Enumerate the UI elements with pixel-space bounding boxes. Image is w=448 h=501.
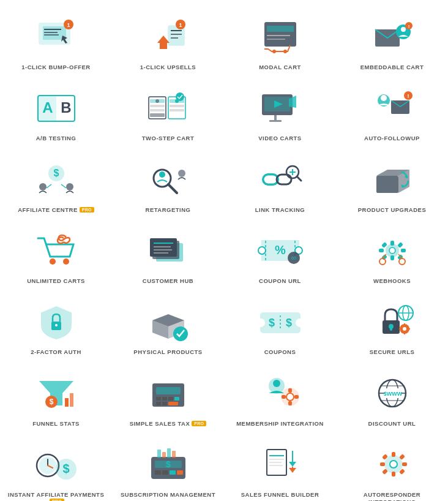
feature-label: DISCOUNT URL (368, 420, 416, 428)
svg-point-102 (379, 258, 386, 265)
svg-rect-96 (379, 249, 384, 252)
svg-rect-33 (150, 109, 165, 111)
svg-text:∞: ∞ (291, 254, 296, 262)
feature-customer-hub[interactable]: CUSTOMER HUB (112, 220, 224, 291)
feature-label-row: PRODUCT UPGRADES (358, 206, 426, 214)
icon-wrap: ! (370, 86, 414, 130)
svg-point-76 (50, 258, 56, 265)
icon-wrap (370, 442, 414, 486)
feature-label: WEBHOOKS (373, 277, 411, 285)
icon-wrap: % ∞ (258, 228, 302, 273)
feature-1-click-upsells[interactable]: 1 1-CLICK UPSELLS (112, 6, 224, 77)
svg-text:!: ! (408, 24, 409, 29)
svg-rect-149 (288, 401, 292, 405)
feature-coupon-url[interactable]: % ∞ COUPON URL (224, 220, 336, 291)
feature-label: MODAL CART (259, 64, 301, 71)
icon-wrap (146, 299, 190, 344)
svg-point-125 (403, 327, 406, 331)
feature-label-row: 1-CLICK BUMP-OFFER (21, 64, 90, 71)
feature-coupons[interactable]: $ $ COUPONS (224, 291, 336, 362)
svg-point-49 (381, 95, 387, 101)
feature-embeddable-cart[interactable]: ! EMBEDDABLE CART (336, 6, 448, 77)
icon-wrap: $ (146, 442, 190, 486)
feature-discount-url[interactable]: $WWW DISCOUNT URL (336, 363, 448, 434)
icon-wrap (146, 228, 190, 273)
svg-rect-71 (376, 176, 398, 193)
svg-point-41 (176, 92, 184, 101)
feature-modal-cart[interactable]: MODAL CART (224, 6, 336, 77)
svg-rect-120 (390, 326, 392, 331)
feature-label: AUTORESPONDER INTEGRATIONS (341, 491, 443, 501)
icon-wrap: $WWW (370, 371, 414, 415)
feature-label-row: COUPONS (264, 348, 296, 356)
pro-badge: PRO (50, 499, 64, 501)
feature-secure-urls[interactable]: SECURE URLS (336, 291, 448, 362)
feature-video-carts[interactable]: VIDEO CARTS (224, 77, 336, 148)
svg-line-58 (61, 184, 66, 188)
feature-webhooks[interactable]: WEBHOOKS (336, 220, 448, 291)
svg-point-113 (256, 318, 265, 327)
svg-text:1: 1 (67, 22, 70, 28)
icon-wrap (258, 442, 302, 486)
feature-instant-affiliate-payments[interactable]: $ INSTANT AFFILIATE PAYMENTS PRO (0, 434, 112, 501)
svg-text:$: $ (49, 397, 53, 406)
feature-two-step-cart[interactable]: TWO-STEP CART (112, 77, 224, 148)
feature-link-tracking[interactable]: LINK TRACKING (224, 149, 336, 220)
feature-affiliate-centre[interactable]: $ AFFILIATE CENTRE PRO (0, 149, 112, 220)
feature-label: PRODUCT UPGRADES (358, 206, 426, 214)
svg-rect-148 (288, 388, 292, 393)
feature-label-row: MODAL CART (259, 64, 301, 71)
feature-label: INSTANT AFFILIATE PAYMENTS (8, 491, 104, 499)
svg-point-56 (66, 183, 73, 190)
feature-unlimited-carts[interactable]: UNLIMITED CARTS (0, 220, 112, 291)
feature-physical-products[interactable]: PHYSICAL PRODUCTS (112, 291, 224, 362)
feature-label-row: AUTO-FOLLOWUP (364, 135, 420, 142)
icon-wrap (258, 157, 302, 202)
feature-label-row: 2-FACTOR AUTH (31, 348, 81, 356)
feature-label: 1-CLICK UPSELLS (140, 64, 196, 71)
feature-ab-testing[interactable]: A B A/B TESTING (0, 77, 112, 148)
svg-text:$: $ (268, 317, 274, 329)
svg-rect-143 (168, 402, 178, 405)
features-grid: 1 1-CLICK BUMP-OFFER 1 1-CLICK UPSELLS (0, 0, 448, 501)
svg-rect-98 (381, 242, 387, 248)
feature-label: SUBSCRIPTION MANAGEMENT (121, 491, 215, 499)
feature-label-row: SECURE URLS (370, 348, 415, 356)
feature-label-row: DISCOUNT URL (368, 420, 416, 428)
svg-text:%: % (275, 243, 286, 257)
svg-text:$: $ (166, 459, 171, 469)
svg-point-61 (159, 171, 165, 178)
feature-product-upgrades[interactable]: PRODUCT UPGRADES (336, 149, 448, 220)
svg-rect-141 (156, 402, 161, 405)
feature-label-row: EMBEDDABLE CART (360, 64, 424, 71)
icon-wrap: $ (34, 371, 78, 415)
feature-auto-followup[interactable]: ! AUTO-FOLLOWUP (336, 77, 448, 148)
feature-label: SALES FUNNEL BUILDER (241, 491, 319, 499)
svg-rect-95 (390, 255, 394, 260)
svg-rect-97 (401, 249, 406, 252)
feature-label-row: FUNNEL STATS (32, 420, 80, 428)
feature-membership-integration[interactable]: MEMBERSHIP INTEGRATION (224, 363, 336, 434)
feature-sales-funnel-builder[interactable]: SALES FUNNEL BUILDER (224, 434, 336, 501)
feature-autoresponder-integrations[interactable]: AUTORESPONDER INTEGRATIONS (336, 434, 448, 501)
svg-point-85 (258, 247, 266, 254)
feature-1-click-bump-offer[interactable]: 1 1-CLICK BUMP-OFFER (0, 6, 112, 77)
feature-retargeting[interactable]: RETARGETING (112, 149, 224, 220)
feature-label: AFFILIATE CENTRE (18, 206, 78, 214)
feature-2-factor-auth[interactable]: 2-FACTOR AUTH (0, 291, 112, 362)
icon-wrap (370, 228, 414, 273)
svg-rect-187 (392, 452, 395, 457)
svg-rect-80 (150, 238, 177, 257)
svg-rect-175 (172, 451, 176, 458)
feature-label: PHYSICAL PRODUCTS (133, 348, 202, 356)
feature-simple-sales-tax[interactable]: SIMPLE SALES TAX PRO (112, 363, 224, 434)
feature-label: EMBEDDABLE CART (360, 64, 424, 71)
feature-label-row: UNLIMITED CARTS (27, 277, 85, 285)
feature-funnel-stats[interactable]: $ FUNNEL STATS (0, 363, 112, 434)
svg-line-68 (297, 176, 301, 181)
feature-subscription-management[interactable]: $ SUBSCRIPTION MANAGEMENT (112, 434, 224, 501)
icon-wrap (146, 157, 190, 202)
icon-wrap: A B (34, 86, 78, 130)
svg-marker-182 (289, 468, 296, 473)
feature-label: 2-FACTOR AUTH (31, 348, 81, 356)
